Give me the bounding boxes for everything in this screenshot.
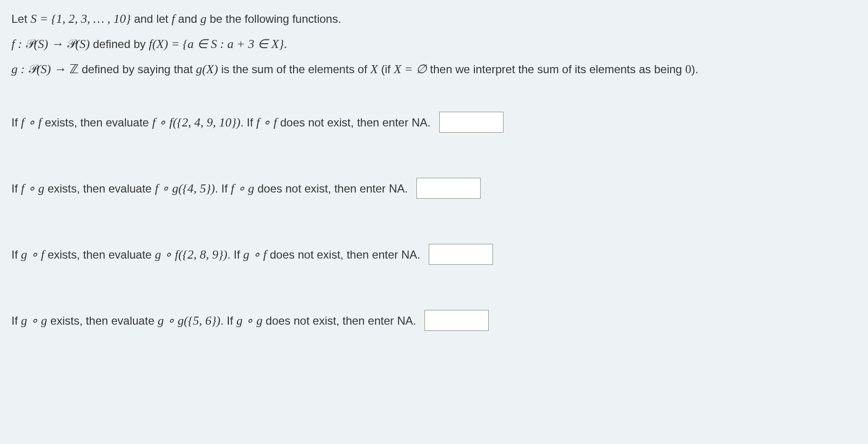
text: defined by <box>90 38 149 50</box>
question-2: If f ∘ g exists, then evaluate f ∘ g({4,… <box>11 178 857 199</box>
questions-block: If f ∘ f exists, then evaluate f ∘ f({2,… <box>11 112 857 331</box>
text: be the following functions. <box>207 12 341 25</box>
zero: 0 <box>685 62 691 76</box>
answer-input-1[interactable] <box>439 112 503 133</box>
text: . If <box>215 182 231 195</box>
math-gof-arg: g ∘ f({2, 8, 9}) <box>155 248 227 261</box>
math-set-s: S = {1, 2, 3, … , 10} <box>30 12 131 26</box>
text: and <box>175 12 200 25</box>
text: If <box>11 314 21 327</box>
text: exists, then evaluate <box>41 116 152 129</box>
text: Let <box>11 12 30 25</box>
math-gog: g ∘ g <box>21 314 47 328</box>
text: . If <box>227 248 243 261</box>
setup-line-2: f : 𝒫(S) → 𝒫(S) defined by f(X) = {a ∈ S… <box>11 35 857 53</box>
math-g: g <box>200 12 207 26</box>
math-gog-arg: g ∘ g({5, 6}) <box>158 314 220 328</box>
math-x: X <box>370 62 378 76</box>
text: does not exist, then enter NA. <box>277 116 431 129</box>
math-gof2: g ∘ f <box>243 248 266 261</box>
text: then we interpret the sum of its element… <box>427 63 685 76</box>
math-fof: f ∘ f <box>21 116 41 129</box>
question-1: If f ∘ f exists, then evaluate f ∘ f({2,… <box>11 112 857 133</box>
math-g-domain: g : 𝒫(S) → ℤ <box>11 62 79 76</box>
math-f-domain: f : 𝒫(S) → 𝒫(S) <box>11 37 90 51</box>
math-gx: g(X) <box>196 62 218 76</box>
math-f: f <box>171 12 175 26</box>
math-f-def: f(X) = {a ∈ S : a + 3 ∈ X} <box>149 37 284 51</box>
text: (if <box>378 63 394 76</box>
problem-setup: Let S = {1, 2, 3, … , 10} and let f and … <box>11 10 857 78</box>
text: ). <box>691 63 699 76</box>
question-text: If g ∘ g exists, then evaluate g ∘ g({5,… <box>11 311 416 330</box>
period: . <box>284 37 287 51</box>
question-3: If g ∘ f exists, then evaluate g ∘ f({2,… <box>11 244 857 265</box>
math-fof-arg: f ∘ f({2, 4, 9, 10}) <box>152 116 241 129</box>
question-text: If f ∘ f exists, then evaluate f ∘ f({2,… <box>11 113 431 132</box>
question-4: If g ∘ g exists, then evaluate g ∘ g({5,… <box>11 310 857 331</box>
text: If <box>11 182 21 195</box>
text: If <box>11 248 21 261</box>
setup-line-3: g : 𝒫(S) → ℤ defined by saying that g(X)… <box>11 60 857 78</box>
text: If <box>11 116 21 129</box>
math-fof2: f ∘ f <box>256 116 277 129</box>
text: is the sum of the elements of <box>218 63 370 76</box>
text: exists, then evaluate <box>44 248 155 261</box>
math-fog: f ∘ g <box>21 182 44 195</box>
math-fog2: f ∘ g <box>231 182 254 195</box>
text: exists, then evaluate <box>47 314 158 327</box>
text: . If <box>240 116 256 129</box>
math-gof: g ∘ f <box>21 248 44 261</box>
question-text: If g ∘ f exists, then evaluate g ∘ f({2,… <box>11 245 420 264</box>
text: . If <box>220 314 236 327</box>
text: does not exist, then enter NA. <box>254 182 408 195</box>
text: does not exist, then enter NA. <box>263 314 416 327</box>
math-x-empty: X = ∅ <box>394 62 426 76</box>
answer-input-3[interactable] <box>429 244 493 265</box>
text: defined by saying that <box>79 63 196 76</box>
text: and let <box>131 12 171 25</box>
answer-input-2[interactable] <box>416 178 481 199</box>
math-fog-arg: f ∘ g({4, 5}) <box>155 182 215 195</box>
answer-input-4[interactable] <box>424 310 489 331</box>
text: does not exist, then enter NA. <box>266 248 420 261</box>
setup-line-1: Let S = {1, 2, 3, … , 10} and let f and … <box>11 10 857 28</box>
question-text: If f ∘ g exists, then evaluate f ∘ g({4,… <box>11 179 408 198</box>
text: exists, then evaluate <box>44 182 155 195</box>
math-gog2: g ∘ g <box>237 314 263 328</box>
